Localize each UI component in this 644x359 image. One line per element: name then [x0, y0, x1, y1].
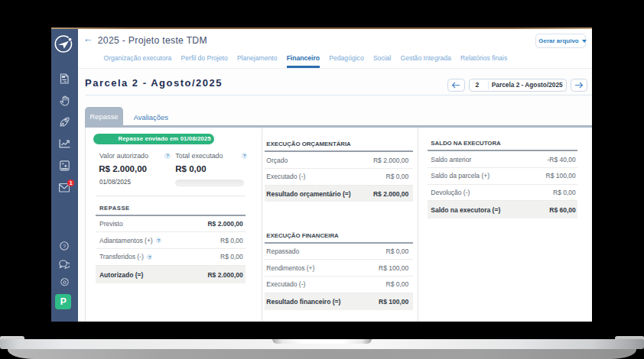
svg-text:?: ? [63, 243, 66, 250]
